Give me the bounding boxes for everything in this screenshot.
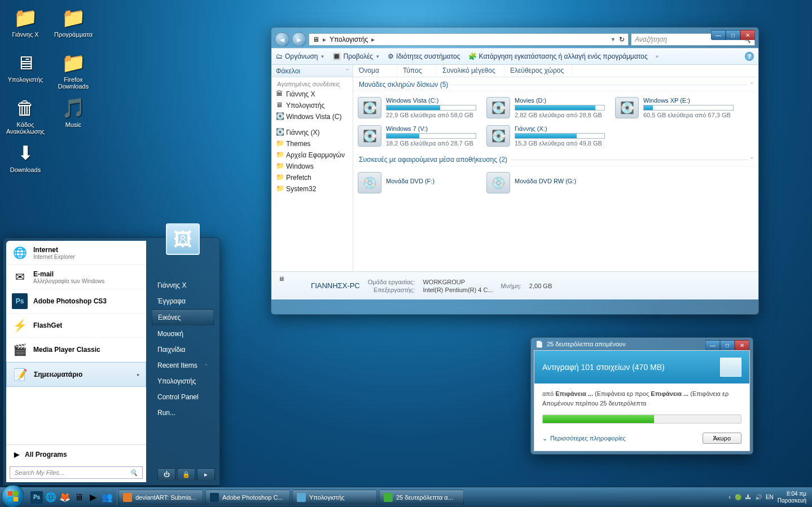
breadcrumb-item[interactable]: Υπολογιστής xyxy=(330,36,368,43)
start-item[interactable]: 📝Σημειωματάριο▸ xyxy=(6,362,146,387)
desktop-icon-downloads[interactable]: ⬇Downloads xyxy=(3,138,48,183)
tray-icon[interactable]: 🟢 xyxy=(735,494,741,500)
col-type[interactable]: Τύπος xyxy=(397,65,437,77)
task-button[interactable]: Adobe Photoshop C... xyxy=(205,490,290,505)
views-button[interactable]: 🔳Προβολές▼ xyxy=(332,52,380,60)
group-removable[interactable]: Συσκευές με αφαιρούμενα μέσα αποθήκευσης… xyxy=(353,152,758,166)
folder-tree-item[interactable]: 📁Prefetch xyxy=(271,172,353,183)
start-button[interactable] xyxy=(2,485,24,507)
tray-icon[interactable]: 🖧 xyxy=(745,494,751,500)
folder-tree-item[interactable]: 💽Γιάννης (X) xyxy=(271,127,353,138)
more-info-link[interactable]: ⌄Περισσότερες πληροφορίες xyxy=(542,435,626,442)
address-bar[interactable]: 🖥 ▸ Υπολογιστής ▸ ▼ ↻ xyxy=(309,33,629,46)
start-item[interactable]: 🌐InternetInternet Explorer xyxy=(6,241,146,265)
maximize-button[interactable]: □ xyxy=(720,340,735,350)
start-right-item[interactable]: Παιχνίδια xyxy=(152,342,214,358)
media-icon[interactable]: ▶ xyxy=(87,491,99,504)
desktop-icon-recycle[interactable]: 🗑Κάδος Ανακύκλωσης xyxy=(3,93,48,138)
folders-header[interactable]: Φάκελοιˆ xyxy=(271,65,353,77)
drive-item[interactable]: 💽Windows Vista (C:)22,9 GB ελεύθερα από … xyxy=(355,95,479,121)
computer-icon: 🖥 xyxy=(13,50,38,75)
start-right-item[interactable]: Control Panel xyxy=(152,389,214,405)
svg-rect-1 xyxy=(14,491,18,496)
clock[interactable]: 8:04 πμΠαρασκευή xyxy=(778,491,806,504)
start-right-item[interactable]: Έγγραφα xyxy=(152,293,214,309)
organize-button[interactable]: 🗂Οργάνωση▼ xyxy=(276,52,324,60)
desktop-label: Γιάννης X xyxy=(12,31,38,38)
drive-item[interactable]: 💽Windows 7 (V:)18,2 GB ελεύθερα από 28,7… xyxy=(355,123,479,149)
desktop-icon-user[interactable]: 📁Γιάννης X xyxy=(3,3,48,48)
refresh-icon[interactable]: ↻ xyxy=(619,36,625,43)
minimize-button[interactable]: — xyxy=(705,340,720,350)
column-headers: Όνομα Τύπος Συνολικό μέγεθος Ελεύθερος χ… xyxy=(353,65,758,77)
start-right-item[interactable]: Υπολογιστής xyxy=(152,373,214,389)
removable-drive-item[interactable]: 💿Μονάδα DVD (F:) xyxy=(355,170,479,196)
col-free[interactable]: Ελεύθερος χώρος xyxy=(504,65,572,77)
computer-name: ΓΙΑΝΝΗΣΧ-PC xyxy=(311,281,360,290)
all-programs-button[interactable]: ▶All Programs xyxy=(6,444,146,464)
group-hard-drives[interactable]: Μονάδες σκληρών δίσκων (5)ˆ xyxy=(353,77,758,91)
system-properties-button[interactable]: ⚙Ιδιότητες συστήματος xyxy=(388,52,460,60)
uninstall-button[interactable]: 🧩Κατάργηση εγκατάστασης ή αλλαγή ενός πρ… xyxy=(468,52,648,60)
desktop-icon-music[interactable]: 🎵Music xyxy=(51,93,96,138)
start-item[interactable]: PsAdobe Photoshop CS3 xyxy=(6,289,146,314)
removable-drive-item[interactable]: 💿Μονάδα DVD RW (G:) xyxy=(484,170,607,196)
folder-icon: 💽 xyxy=(276,128,284,136)
folder-tree-item[interactable]: 📁Themes xyxy=(271,138,353,149)
back-button[interactable]: ◄ xyxy=(275,32,289,47)
folder-tree-item[interactable]: 📁System32 xyxy=(271,183,353,195)
col-size[interactable]: Συνολικό μέγεθος xyxy=(437,65,504,77)
photoshop-icon[interactable]: Ps xyxy=(30,491,43,504)
folder-tree-item[interactable]: 📁Windows xyxy=(271,161,353,172)
start-menu: 🌐InternetInternet Explorer✉E-mailΑλληλογ… xyxy=(3,237,220,486)
task-button[interactable]: Υπολογιστής xyxy=(292,490,377,505)
desktop-icon-computer[interactable]: 🖥Υπολογιστής xyxy=(3,48,48,93)
start-item[interactable]: ⚡FlashGet xyxy=(6,314,146,338)
user-picture[interactable]: 🖼 xyxy=(166,223,200,255)
sleep-button[interactable]: ⏻ xyxy=(157,468,175,480)
language-indicator[interactable]: EN xyxy=(766,494,774,500)
start-right-item[interactable]: Run... xyxy=(152,405,214,421)
start-right-item[interactable]: Γιάννης X xyxy=(152,277,214,293)
app-icon: Ps xyxy=(12,293,28,309)
task-button[interactable]: deviantART: Submis... xyxy=(118,490,203,505)
help-icon[interactable]: ? xyxy=(745,52,754,61)
forward-button[interactable]: ► xyxy=(292,32,306,47)
maximize-button[interactable]: □ xyxy=(726,30,740,40)
favorite-link[interactable]: 🏛Γιάννης X xyxy=(271,89,353,100)
close-button[interactable]: ✕ xyxy=(735,340,749,350)
tray-expand-icon[interactable]: ‹ xyxy=(729,494,731,500)
drive-item[interactable]: 💽Movies (D:)2,82 GB ελεύθερα από 28,8 GB xyxy=(484,95,607,121)
start-right-item[interactable]: Recent Items▸ xyxy=(152,358,214,373)
svg-rect-3 xyxy=(14,497,18,501)
chevron-down-icon[interactable]: ▼ xyxy=(611,37,616,42)
start-item[interactable]: ✉E-mailΑλληλογραφία των Windows xyxy=(6,265,146,289)
close-button[interactable]: ✕ xyxy=(740,30,755,40)
desktop-icon-programs[interactable]: 📁Προγράμματα xyxy=(51,3,96,48)
volume-icon[interactable]: 🔊 xyxy=(755,494,762,500)
chevron-right-icon[interactable]: » xyxy=(656,54,659,59)
copy-heading: Αντιγραφή 101 στοιχείων (470 MB) xyxy=(534,351,749,383)
paper-icon xyxy=(720,358,741,377)
firefox-icon[interactable]: 🦊 xyxy=(59,491,71,504)
shutdown-options-button[interactable]: ▸ xyxy=(197,468,215,480)
start-item[interactable]: 🎬Media Player Classic xyxy=(6,338,146,362)
dvd-icon: 💿 xyxy=(358,172,381,193)
col-name[interactable]: Όνομα xyxy=(353,65,397,77)
lock-button[interactable]: 🔒 xyxy=(177,468,195,480)
start-right-item[interactable]: Εικόνες xyxy=(152,309,214,326)
start-right-item[interactable]: Μουσική xyxy=(152,326,214,342)
favorite-link[interactable]: 🖥Υπολογιστής xyxy=(271,100,353,111)
messenger-icon[interactable]: 👥 xyxy=(101,491,113,504)
favorite-link[interactable]: 💽Windows Vista (C) xyxy=(271,111,353,122)
desktop-icon-firefox-dl[interactable]: 📁Firefox Downloads xyxy=(51,48,96,93)
ie-icon[interactable]: 🌐 xyxy=(45,491,57,504)
drive-item[interactable]: 💽Windows XP (E:)60,5 GB ελεύθερα από 67,… xyxy=(613,95,736,121)
start-search-input[interactable]: Search My Files...🔍 xyxy=(10,466,143,479)
cancel-button[interactable]: Άκυρο xyxy=(703,433,741,444)
minimize-button[interactable]: — xyxy=(711,30,726,40)
drive-item[interactable]: 💽Γιάννης (X:)15,3 GB ελεύθερα από 49,8 G… xyxy=(484,123,607,149)
folder-tree-item[interactable]: 📁Αρχεία Εφαρμογών xyxy=(271,149,353,161)
show-desktop-icon[interactable]: 🖥 xyxy=(73,491,85,504)
task-button[interactable]: 25 δευτερόλεπτα α... xyxy=(379,490,464,505)
